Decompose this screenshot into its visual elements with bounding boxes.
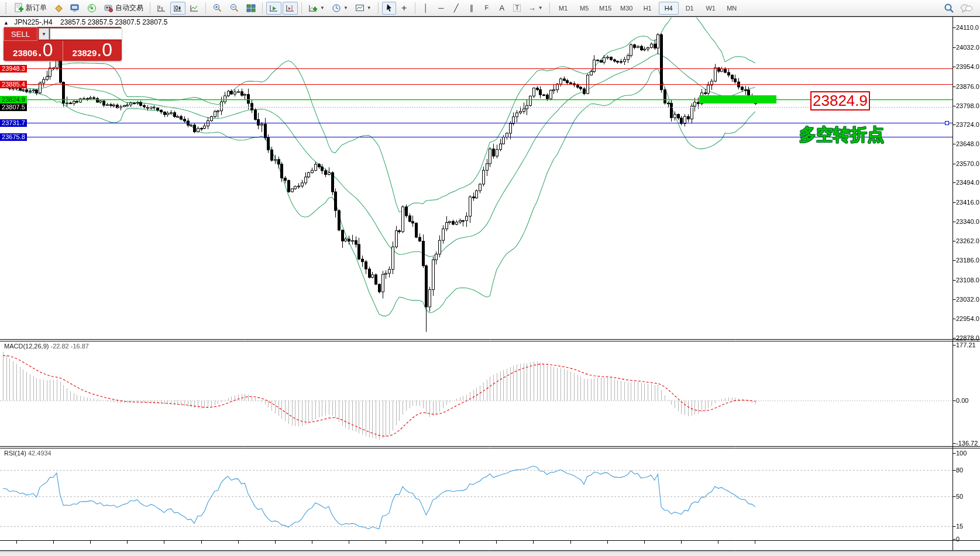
price-level-badge: 23675.8 <box>0 133 27 141</box>
auto-trading-button[interactable]: 自动交易 <box>101 2 146 15</box>
indicators-icon <box>308 4 318 13</box>
zoom-out-icon <box>229 3 239 13</box>
new-order-icon <box>14 3 24 13</box>
toolbar-separator <box>150 2 150 14</box>
autotrade-robot-icon <box>104 4 114 13</box>
fibonacci-button[interactable]: F <box>480 2 494 15</box>
price-tick-label: 23186.0 <box>956 257 979 264</box>
rsi-scale-label: 50 <box>956 493 963 500</box>
sell-button[interactable]: SELL <box>4 27 37 41</box>
templates-icon <box>355 4 365 13</box>
search-icon[interactable] <box>944 3 954 13</box>
toolbar-right <box>944 3 976 13</box>
cursor-button[interactable] <box>382 2 396 15</box>
arrows-button[interactable]: → ▼ <box>525 2 546 15</box>
rsi-scale-label: 0 <box>956 536 960 543</box>
templates-button[interactable]: ▼ <box>352 2 374 15</box>
timeframe-w1[interactable]: W1 <box>701 2 721 15</box>
sell-price[interactable]: 23806 .0 <box>4 41 63 61</box>
equidistant-channel-icon: ∥ <box>470 4 474 12</box>
price-tick-label: 23570.0 <box>956 160 979 167</box>
auto-scroll-button[interactable] <box>266 2 281 15</box>
rsi-scale-label: 100 <box>956 450 967 457</box>
signals-button[interactable] <box>84 2 99 15</box>
rsi-scale-label: 15 <box>956 523 963 530</box>
timeframe-mn[interactable]: MN <box>722 2 742 15</box>
volume-input[interactable] <box>50 28 122 40</box>
indicators-button[interactable]: ▼ <box>305 2 328 15</box>
dropdown-caret: ▼ <box>367 5 372 11</box>
arrows-icon: → <box>528 4 536 12</box>
price-annotation-box[interactable]: 23824.9 <box>810 91 870 110</box>
panel-collapse-icon[interactable]: ▲ <box>4 20 9 26</box>
macd-scale-label: 0.00 <box>956 397 968 404</box>
terminal-icon <box>70 4 80 13</box>
signal-icon <box>87 4 97 13</box>
macd-scale-label: 177.21 <box>956 341 976 348</box>
price-tick-label: 23954.0 <box>956 63 979 70</box>
bar-chart-button[interactable] <box>154 2 169 15</box>
zoom-in-button[interactable] <box>209 2 225 15</box>
candlestick-chart-icon <box>173 4 183 13</box>
chart-shift-button[interactable] <box>283 2 298 15</box>
text-label-icon: T <box>513 4 521 12</box>
profiles-diamond-icon <box>54 4 63 13</box>
timeframe-h4[interactable]: H4 <box>659 2 679 15</box>
rsi-scale-label: 80 <box>956 467 963 474</box>
timeframe-m15[interactable]: M15 <box>596 2 615 15</box>
buy-price[interactable]: 23829 .0 <box>63 41 122 61</box>
timeframe-d1[interactable]: D1 <box>680 2 700 15</box>
timeframe-m30[interactable]: M30 <box>617 2 637 15</box>
timeframe-m5[interactable]: M5 <box>575 2 594 15</box>
sell-price-big: .0 <box>37 41 53 58</box>
text-label-button[interactable]: T <box>510 2 524 15</box>
line-chart-button[interactable] <box>187 2 202 15</box>
trendline-icon: ╱ <box>454 4 459 12</box>
price-tick-label: 23494.0 <box>956 179 979 186</box>
toolbar-separator <box>205 2 206 14</box>
horizontal-line-button[interactable]: ─ <box>434 2 448 15</box>
price-level-badge: 23807.5 <box>0 103 27 111</box>
toolbar-separator <box>378 2 379 14</box>
price-tick-label: 23340.0 <box>956 218 979 225</box>
candlestick-chart-button[interactable] <box>170 2 185 15</box>
zoom-in-icon <box>212 3 222 13</box>
auto-scroll-icon <box>269 4 278 13</box>
tile-windows-button[interactable] <box>243 2 259 15</box>
timeframe-m1[interactable]: M1 <box>553 2 573 15</box>
dropdown-caret: ▼ <box>538 5 543 11</box>
profiles-button[interactable] <box>51 2 66 15</box>
volume-down-button[interactable]: ▼ <box>39 28 49 40</box>
toolbar-grip[interactable] <box>5 3 8 13</box>
toolbar: 新订单 自动 <box>0 0 980 16</box>
line-chart-icon <box>190 4 199 13</box>
price-tick-label: 23876.0 <box>956 83 979 90</box>
price-tick-label: 23648.0 <box>956 140 979 147</box>
rsi-label: RSI(14) 42.4934 <box>4 450 51 457</box>
price-level-badge: 23948.3 <box>0 65 27 72</box>
macd-label: MACD(12,26,9) -22.82 -16.87 <box>4 343 89 350</box>
new-order-button[interactable]: 新订单 <box>11 2 50 15</box>
market-watch-button[interactable] <box>67 2 83 15</box>
chat-icon[interactable] <box>960 3 973 13</box>
price-tick-label: 23416.0 <box>956 199 979 206</box>
crosshair-button[interactable]: + <box>397 2 411 15</box>
text-icon: A <box>499 4 504 12</box>
chart-canvas[interactable] <box>0 0 980 556</box>
timeframe-h1[interactable]: H1 <box>638 2 658 15</box>
channel-button[interactable]: ∥ <box>465 2 479 15</box>
highlight-rectangle[interactable] <box>699 95 776 103</box>
bar-chart-icon <box>157 4 166 13</box>
periods-button[interactable]: ▼ <box>329 2 351 15</box>
text-button[interactable]: A <box>495 2 509 15</box>
price-tick-label: 23798.0 <box>956 102 979 109</box>
pivot-note-text[interactable]: 多空转折点 <box>799 123 884 147</box>
rsi-value: 42.4934 <box>28 450 51 457</box>
vertical-line-button[interactable]: │ <box>419 2 433 15</box>
price-tick-label: 23724.0 <box>956 121 979 128</box>
ohlc-values: 23857.5 23857.5 23807.5 23807.5 <box>60 18 168 26</box>
macd-signal-value: -16.87 <box>71 343 89 350</box>
trendline-button[interactable]: ╱ <box>449 2 463 15</box>
macd-main-value: -22.82 <box>50 343 68 350</box>
zoom-out-button[interactable] <box>226 2 242 15</box>
